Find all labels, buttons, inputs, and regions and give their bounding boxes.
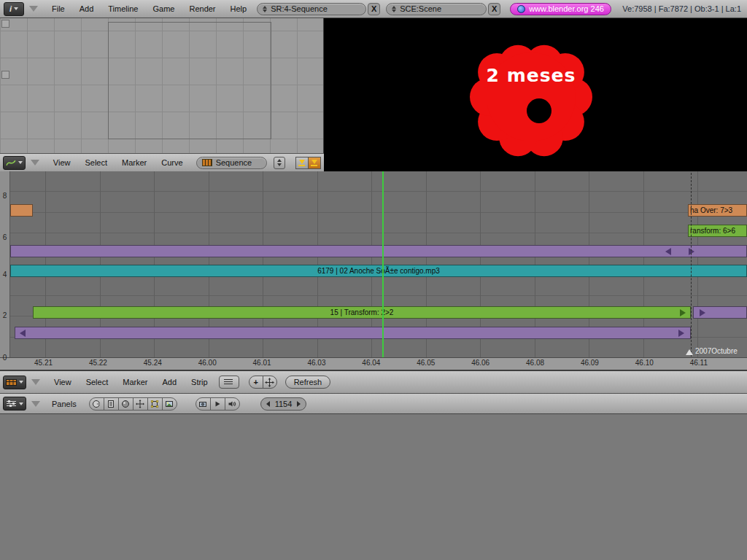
speaker-icon <box>228 400 236 408</box>
strip-handle-right-icon[interactable] <box>680 309 686 316</box>
ipo-type-selector[interactable]: Sequence <box>196 157 268 169</box>
screen-close-button[interactable]: X <box>368 3 380 15</box>
screen-selector[interactable]: SR:4-Sequence <box>257 3 366 15</box>
strip-label: 15 | Transform: 2>2 <box>330 308 394 316</box>
ipo-working-rect <box>108 22 271 139</box>
blender-org-link[interactable]: www.blender.org 246 <box>510 3 611 15</box>
strip-effect-left[interactable] <box>10 204 33 217</box>
time-tick-label: 46.09 <box>581 359 599 367</box>
object-context-button[interactable] <box>133 397 148 411</box>
timeline-marker[interactable]: 2007Octubre <box>686 347 738 355</box>
time-tick-label: 46.03 <box>307 359 325 367</box>
menu-item[interactable]: Marker <box>115 373 155 391</box>
menu-item[interactable]: Game <box>145 0 182 18</box>
increment-icon[interactable] <box>297 401 301 407</box>
anim-subcontext-button[interactable] <box>210 397 225 411</box>
scene-close-button[interactable]: X <box>488 3 500 15</box>
menu-item[interactable]: Select <box>77 154 115 171</box>
shading-context-button[interactable] <box>118 397 133 411</box>
ipo-type-value: Sequence <box>216 158 252 167</box>
script-context-button[interactable] <box>104 397 119 411</box>
panels-menu[interactable]: Panels <box>52 400 77 408</box>
strip-image-c[interactable] <box>15 327 691 339</box>
list-lines-icon <box>223 378 233 386</box>
buttons-window-header: Panels <box>0 394 747 414</box>
ipo-curve-icon <box>6 159 16 167</box>
strip-image-b[interactable] <box>693 306 747 319</box>
window-type-button[interactable]: i <box>4 2 24 16</box>
sequence-strip-icon <box>202 159 212 166</box>
frame-number-field[interactable]: 1154 <box>260 397 307 411</box>
window-type-button[interactable] <box>3 156 26 170</box>
strip-transform-2[interactable]: 15 | Transform: 2>2 <box>33 306 691 319</box>
browse-datablock-button[interactable] <box>274 157 285 169</box>
strip-audio[interactable]: 6179 | 02 Anoche SoÃ±e contigo.mp3 <box>10 265 747 277</box>
area-corner-widget[interactable] <box>1 20 9 28</box>
marker-name: 2007Octubre <box>695 347 738 355</box>
time-tick-label: 45.24 <box>144 359 162 367</box>
move-arrows-icon <box>265 378 274 387</box>
strip-transform-6[interactable]: ransform: 6>6 <box>688 225 747 237</box>
menu-item[interactable]: View <box>46 154 78 171</box>
current-frame-indicator[interactable] <box>382 171 384 357</box>
strip-handle-right-icon[interactable] <box>689 248 694 255</box>
strip-label: ransform: 6>6 <box>690 227 735 235</box>
strip-handle-right-icon[interactable] <box>678 330 684 337</box>
strip-alpha-over[interactable]: ha Over: 7>3 <box>688 204 747 217</box>
header-collapse-icon[interactable] <box>31 401 40 407</box>
channel-labels: 86420 <box>0 171 10 357</box>
subcontext-button-group <box>196 397 239 411</box>
menu-item[interactable]: Help <box>223 0 255 18</box>
header-collapse-icon[interactable] <box>31 160 39 166</box>
scene-context-button[interactable] <box>162 397 177 411</box>
header-collapse-icon[interactable] <box>31 379 40 385</box>
display-mode-button[interactable] <box>219 376 239 389</box>
time-tick-label: 46.10 <box>635 359 654 367</box>
blender-window: i FileAddTimelineGameRenderHelp SR:4-Seq… <box>0 0 747 560</box>
strip-handle-left-icon[interactable] <box>665 248 671 255</box>
menu-item[interactable]: Render <box>182 0 222 18</box>
scene-selector[interactable]: SCE:Scene <box>386 3 487 15</box>
sequencer-timeline[interactable]: 86420 ha Over: 7>3 ransform: 6>6 6179 | … <box>0 171 747 370</box>
menu-item[interactable]: Curve <box>154 154 190 171</box>
menu-item[interactable]: Marker <box>115 154 154 171</box>
sequencer-header: ViewSelectMarkerAddStrip + <box>0 370 747 394</box>
strip-handle-left-icon[interactable] <box>20 330 26 337</box>
window-type-button[interactable] <box>3 397 26 411</box>
menu-item[interactable]: File <box>44 0 72 18</box>
pan-button[interactable] <box>263 376 277 389</box>
snap-mode-button[interactable] <box>308 157 321 169</box>
scene-icon <box>165 400 174 408</box>
time-tick-label: 46.01 <box>253 359 271 367</box>
sound-subcontext-button[interactable] <box>225 397 240 411</box>
menu-item[interactable]: Add <box>72 0 101 18</box>
ipo-grid[interactable] <box>0 18 323 153</box>
strip-handle-right-icon[interactable] <box>700 309 705 316</box>
strip-image-a[interactable] <box>10 245 747 257</box>
ruler-labels: 45.2145.2245.2446.0046.0146.0346.0446.05… <box>34 359 708 367</box>
area-corner-widget[interactable] <box>1 71 9 79</box>
logic-context-button[interactable] <box>89 397 104 411</box>
snap-toggle-button[interactable] <box>295 157 309 169</box>
menu-item[interactable]: Add <box>155 373 184 391</box>
header-collapse-icon[interactable] <box>29 6 38 12</box>
window-type-button[interactable] <box>3 376 26 389</box>
menu-item[interactable]: View <box>47 373 79 391</box>
chevron-down-icon <box>14 7 18 10</box>
editing-context-button[interactable] <box>147 397 163 411</box>
zoom-button[interactable]: + <box>249 376 263 389</box>
chevron-down-icon <box>19 402 23 405</box>
snap-arrow-icon <box>311 160 317 166</box>
menu-item[interactable]: Timeline <box>101 0 145 18</box>
decrement-icon[interactable] <box>266 401 270 407</box>
time-ruler[interactable]: 45.2145.2245.2446.0046.0146.0346.0446.05… <box>0 357 747 370</box>
browse-icon <box>392 6 396 12</box>
sequence-window-icon <box>6 378 17 386</box>
refresh-button[interactable]: Refresh <box>285 376 331 389</box>
context-button-group <box>89 397 177 411</box>
menu-item[interactable]: Select <box>79 373 116 391</box>
menu-item[interactable]: Strip <box>184 373 215 391</box>
sliders-icon <box>6 400 17 408</box>
scene-statistics: Ve:7958 | Fa:7872 | Ob:3-1 | La:1 <box>622 4 741 13</box>
render-subcontext-button[interactable] <box>196 397 211 411</box>
